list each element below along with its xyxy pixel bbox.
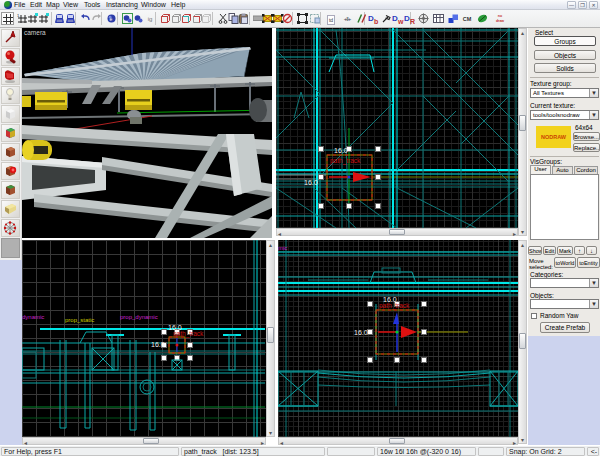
svg-text:path_track: path_track <box>330 157 361 165</box>
svg-text:path_track: path_track <box>379 302 410 310</box>
svg-text:16.0: 16.0 <box>354 329 368 336</box>
svg-text:R: R <box>410 18 415 25</box>
svg-text:prop_dynamic: prop_dynamic <box>120 314 158 320</box>
svg-text:w: w <box>397 18 404 25</box>
svg-text:e: e <box>109 16 112 22</box>
svg-text:mic: mic <box>278 245 287 251</box>
svg-text:camera: camera <box>24 29 46 36</box>
svg-text:dynamic: dynamic <box>22 314 44 320</box>
svg-text:16.0: 16.0 <box>334 147 348 154</box>
svg-text:path_track: path_track <box>173 330 204 338</box>
svg-text:16.0: 16.0 <box>304 179 318 186</box>
svg-text:prop_static: prop_static <box>65 317 94 323</box>
svg-text:b: b <box>374 18 378 25</box>
svg-text:1: 1 <box>17 13 20 18</box>
svg-text:16.0: 16.0 <box>151 341 165 348</box>
